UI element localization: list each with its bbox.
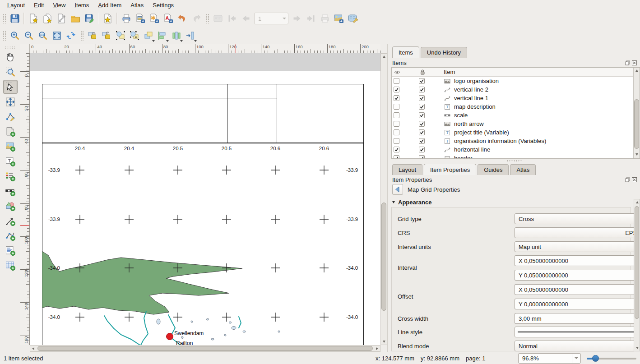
items-list-scrollbar[interactable] bbox=[633, 68, 640, 158]
scroll-down-icon[interactable] bbox=[634, 152, 640, 157]
new-layout-button[interactable] bbox=[26, 12, 40, 26]
lock-checkbox[interactable] bbox=[419, 147, 425, 152]
unlock-items-button[interactable] bbox=[99, 29, 113, 43]
zoom-full-button[interactable] bbox=[50, 29, 64, 43]
scroll-up-icon[interactable] bbox=[634, 199, 640, 205]
lock-checkbox[interactable] bbox=[419, 112, 425, 118]
visibility-checkbox[interactable] bbox=[394, 87, 399, 92]
lock-checkbox[interactable] bbox=[419, 129, 425, 135]
item-row[interactable]: logo organisation bbox=[392, 77, 640, 85]
add-arrow-tool[interactable] bbox=[3, 214, 18, 228]
move-item-content-tool[interactable] bbox=[3, 95, 18, 109]
lock-checkbox[interactable] bbox=[419, 87, 425, 92]
canvas-vertical-scrollbar[interactable] bbox=[380, 53, 387, 345]
crs-button[interactable]: EPSG:4326 bbox=[515, 227, 640, 238]
add-attribute-table-tool[interactable] bbox=[3, 258, 18, 272]
properties-scrollbar[interactable] bbox=[634, 199, 640, 351]
atlas-settings-button[interactable] bbox=[346, 12, 360, 26]
menu-add-item[interactable]: Add Item bbox=[93, 1, 126, 9]
select-move-item-tool[interactable] bbox=[3, 80, 18, 94]
visibility-checkbox[interactable] bbox=[394, 155, 399, 159]
tab-guides[interactable]: Guides bbox=[478, 164, 509, 175]
scroll-down-icon[interactable] bbox=[381, 339, 387, 345]
offset-x-input[interactable]: X 0,050000000000✕ bbox=[515, 284, 640, 295]
interval-x-input[interactable]: X 0,050000000000✕ bbox=[515, 255, 640, 266]
refresh-view-button[interactable] bbox=[64, 29, 78, 43]
map-item[interactable]: 20.420.420.520.520.620.6-33.9-33.9-33.9-… bbox=[42, 143, 364, 345]
interval-units-select[interactable]: Map unit bbox=[515, 241, 640, 252]
line-style-button[interactable] bbox=[515, 327, 640, 337]
menu-atlas[interactable]: Atlas bbox=[126, 1, 148, 9]
layout-viewport[interactable]: 20.420.420.520.520.620.6-33.9-33.9-33.9-… bbox=[30, 53, 380, 345]
tab-undo-history[interactable]: Undo History bbox=[421, 47, 467, 58]
edit-nodes-item-tool[interactable] bbox=[3, 110, 18, 124]
canvas-horizontal-scrollbar[interactable] bbox=[30, 345, 380, 352]
add-items-from-template-button[interactable] bbox=[101, 12, 115, 26]
add-legend-tool[interactable] bbox=[3, 169, 18, 183]
atlas-page-combo[interactable]: 1 bbox=[254, 13, 288, 24]
visibility-checkbox[interactable] bbox=[394, 95, 399, 101]
zoom-level-combo[interactable]: 96.8% bbox=[518, 353, 581, 364]
raise-items-button[interactable] bbox=[141, 29, 155, 43]
menu-settings[interactable]: Settings bbox=[148, 1, 178, 9]
lock-checkbox[interactable] bbox=[419, 104, 425, 110]
item-row[interactable]: Torganisation information (Variables) bbox=[392, 137, 640, 145]
close-panel-icon[interactable] bbox=[631, 60, 637, 66]
visibility-checkbox[interactable] bbox=[394, 121, 399, 127]
grid-type-select[interactable]: Cross bbox=[515, 213, 640, 224]
export-as-svg-button[interactable] bbox=[147, 12, 161, 26]
item-row[interactable]: horizontal line bbox=[392, 145, 640, 154]
menu-items[interactable]: Items bbox=[70, 1, 93, 9]
add-node-item-tool[interactable] bbox=[3, 229, 18, 243]
toolbar-drag-handle[interactable] bbox=[80, 31, 83, 41]
scroll-down-icon[interactable] bbox=[634, 345, 640, 351]
float-panel-icon[interactable] bbox=[625, 60, 631, 66]
group-items-button[interactable] bbox=[113, 29, 127, 43]
interval-y-input[interactable]: Y 0,050000000000✕ bbox=[515, 270, 640, 281]
tab-atlas[interactable]: Atlas bbox=[510, 164, 536, 175]
item-row[interactable]: north arrow bbox=[392, 120, 640, 128]
scroll-left-icon[interactable] bbox=[30, 346, 36, 351]
appearance-section-header[interactable]: Appearance bbox=[392, 199, 431, 206]
item-row[interactable]: vertical line 1 bbox=[392, 94, 640, 102]
offset-y-input[interactable]: Y 0,000000000000 bbox=[515, 299, 640, 309]
align-items-button[interactable] bbox=[155, 29, 169, 43]
resize-items-button[interactable] bbox=[183, 29, 197, 43]
visibility-checkbox[interactable] bbox=[394, 104, 399, 110]
export-as-pdf-button[interactable]: A bbox=[161, 12, 175, 26]
add-shape-tool[interactable] bbox=[3, 199, 18, 213]
toolbar-drag-handle[interactable] bbox=[5, 46, 16, 49]
lock-checkbox[interactable] bbox=[419, 155, 425, 159]
scroll-up-icon[interactable] bbox=[381, 54, 387, 60]
scrollbar-thumb[interactable] bbox=[37, 346, 373, 351]
export-as-image-button[interactable] bbox=[133, 12, 147, 26]
save-project-button[interactable] bbox=[8, 12, 22, 26]
pan-layout-tool[interactable] bbox=[3, 50, 18, 64]
item-row[interactable]: header bbox=[392, 154, 640, 159]
menu-view[interactable]: View bbox=[48, 1, 70, 9]
print-layout-button[interactable] bbox=[119, 12, 133, 26]
lock-checkbox[interactable] bbox=[419, 78, 425, 84]
open-folder-button[interactable] bbox=[68, 12, 82, 26]
zoom-out-button[interactable] bbox=[22, 29, 36, 43]
zoom-in-button[interactable] bbox=[8, 29, 22, 43]
item-row[interactable]: Tmap description bbox=[392, 102, 640, 111]
export-atlas-button[interactable] bbox=[332, 12, 346, 26]
close-panel-icon[interactable] bbox=[631, 177, 637, 183]
toolbar-drag-handle[interactable] bbox=[206, 14, 209, 23]
toolbar-drag-handle[interactable] bbox=[3, 31, 6, 41]
scroll-up-icon[interactable] bbox=[634, 68, 640, 74]
zoom-actual-button[interactable]: 1:1 bbox=[36, 29, 50, 43]
item-row[interactable]: vertical line 2 bbox=[392, 85, 640, 94]
scrollbar-thumb[interactable] bbox=[381, 203, 386, 311]
save-as-template-button[interactable] bbox=[82, 12, 96, 26]
scroll-right-icon[interactable] bbox=[374, 346, 380, 351]
tab-layout[interactable]: Layout bbox=[392, 164, 422, 175]
undo-button[interactable] bbox=[175, 12, 189, 26]
back-button[interactable] bbox=[392, 184, 403, 195]
zoom-slider[interactable] bbox=[587, 353, 636, 364]
float-panel-icon[interactable] bbox=[625, 177, 631, 183]
add-html-tool[interactable] bbox=[3, 244, 18, 258]
visibility-checkbox[interactable] bbox=[394, 78, 399, 84]
distribute-items-button[interactable] bbox=[169, 29, 183, 43]
